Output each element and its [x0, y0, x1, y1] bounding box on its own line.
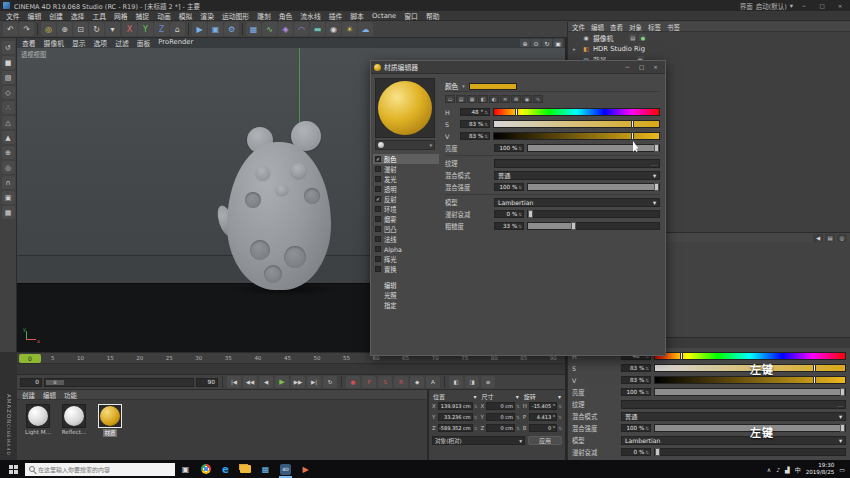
redo-icon[interactable]: ↷ — [19, 22, 34, 36]
edge-icon[interactable]: e — [216, 461, 235, 478]
brightness-field[interactable]: 100 %⇅ — [494, 144, 524, 152]
menu-item[interactable]: 文件 — [2, 11, 24, 20]
rotation-b-field[interactable]: 0 ° — [529, 424, 557, 432]
rotate-tool-icon[interactable]: ↻ — [89, 22, 104, 36]
texture-field[interactable]: … — [621, 400, 846, 409]
power-slider[interactable]: 0 — [44, 378, 194, 387]
mix-mode-dropdown[interactable]: 普通▾ — [494, 171, 660, 180]
chrome-icon[interactable] — [196, 461, 215, 478]
enable-axis-icon[interactable]: ⊕ — [2, 146, 15, 159]
channel-item[interactable]: 发光 — [373, 174, 439, 184]
viewport-menu-item[interactable]: 摄像机 — [44, 38, 64, 48]
mix-strength-slider[interactable] — [527, 183, 660, 191]
menu-item[interactable]: 雕刻 — [253, 11, 275, 20]
brightness-field[interactable]: 100 %⇅ — [621, 388, 651, 396]
diffuse-falloff-field[interactable]: 0 %⇅ — [621, 448, 651, 456]
edges-mode-icon[interactable]: △ — [2, 116, 15, 129]
saturation-slider[interactable] — [493, 120, 660, 128]
chevron-down-icon[interactable]: ▾ — [558, 393, 561, 400]
value-slider[interactable] — [654, 376, 846, 384]
color-mode-icon[interactable]: ▭ — [445, 95, 455, 103]
color-mode-icon[interactable]: ◐ — [489, 95, 499, 103]
channel-checkbox[interactable] — [375, 206, 381, 212]
undo-icon[interactable]: ↶ — [3, 22, 18, 36]
channel-checkbox[interactable] — [375, 176, 381, 182]
media-player-icon[interactable]: ▶ — [296, 461, 315, 478]
timeline-track[interactable] — [17, 363, 565, 374]
key-scale-toggle[interactable]: S — [378, 376, 392, 388]
model-mode-icon[interactable]: ■ — [2, 56, 15, 69]
preview-options-bar[interactable]: ▾ — [375, 140, 435, 150]
channel-checkbox[interactable] — [375, 266, 381, 272]
channel-item[interactable]: ✓ 反射 — [373, 194, 439, 204]
timeline-scrubber[interactable]: 0 — [19, 354, 41, 363]
cinema4d-taskbar-icon[interactable]: 4D — [276, 461, 295, 478]
texture-mode-icon[interactable]: ▨ — [2, 71, 15, 84]
rotation-p-field[interactable]: 4.413 ° — [529, 413, 557, 421]
channel-item[interactable]: ✓ 颜色 — [373, 154, 439, 164]
menu-item[interactable]: 流水线 — [296, 11, 324, 20]
menu-item[interactable]: 捕捉 — [132, 11, 154, 20]
chevron-down-icon[interactable]: ▾ — [473, 393, 476, 400]
grid-icon[interactable]: ▦ — [2, 206, 15, 219]
position-z-field[interactable]: -589.352 cm — [438, 424, 473, 432]
position-x-field[interactable]: 139.913 cm — [438, 402, 473, 410]
key-position-toggle[interactable]: P — [362, 376, 376, 388]
keyframe-button[interactable]: ◆ — [410, 376, 424, 388]
mm-menu-item[interactable]: 编辑 — [43, 390, 56, 399]
channel-item[interactable]: 法线 — [373, 234, 439, 244]
add-cube-icon[interactable]: ▦ — [246, 22, 261, 36]
mix-mode-dropdown[interactable]: 普通▾ — [621, 412, 846, 421]
channel-footer-item[interactable]: 指定 — [373, 300, 439, 310]
minimize-button[interactable]: ─ — [797, 1, 811, 10]
chevron-down-icon[interactable]: ▾ — [516, 393, 519, 400]
channel-checkbox[interactable] — [375, 256, 381, 262]
channel-item[interactable]: 凹凸 — [373, 224, 439, 234]
key-rotation-toggle[interactable]: R — [394, 376, 408, 388]
zoom-view-icon[interactable]: ⊙ — [531, 39, 541, 47]
maximize-view-icon[interactable]: ▣ — [553, 39, 563, 47]
dialog-minimize-button[interactable]: ─ — [621, 62, 634, 72]
channel-checkbox[interactable] — [375, 236, 381, 242]
brightness-slider[interactable] — [654, 388, 846, 396]
live-selection-icon[interactable]: ◎ — [41, 22, 56, 36]
lock-x-icon[interactable]: X — [122, 22, 137, 36]
menu-item[interactable]: 网格 — [110, 11, 132, 20]
channel-item[interactable]: 辉光 — [373, 254, 439, 264]
mm-menu-item[interactable]: 功能 — [64, 390, 77, 399]
channel-checkbox[interactable] — [375, 216, 381, 222]
om-menu-item[interactable]: 文件 — [572, 22, 585, 31]
channel-item[interactable]: 烟雾 — [373, 214, 439, 224]
color-mode-icon[interactable]: ▤ — [456, 95, 466, 103]
layout-selector[interactable]: 界面 启动(默认) ▾ — [740, 1, 793, 11]
shading-model-dropdown[interactable]: Lambertian▾ — [494, 198, 660, 207]
menu-item[interactable]: 渲染 — [196, 11, 218, 20]
render-region-icon[interactable]: ▣ — [208, 22, 223, 36]
om-menu-item[interactable]: 书签 — [667, 22, 680, 31]
menu-item[interactable]: 模拟 — [175, 11, 197, 20]
viewport-menu-item[interactable]: 过滤 — [115, 38, 129, 48]
menu-item[interactable]: 插件 — [325, 11, 347, 20]
menu-item[interactable]: 帮助 — [422, 11, 444, 20]
recent-tool-icon[interactable]: ▾ — [105, 22, 120, 36]
material-item[interactable]: Light M... — [23, 404, 53, 437]
shading-model-dropdown[interactable]: Lambertian▾ — [621, 436, 846, 445]
go-to-start-button[interactable]: |◀ — [227, 376, 241, 388]
frame-end-field[interactable]: 90 — [196, 378, 218, 387]
viewport-menu-item[interactable]: 查看 — [22, 38, 36, 48]
next-frame-button[interactable]: ▶▶ — [291, 376, 305, 388]
subdivision-surface-icon[interactable]: ◈ — [278, 22, 293, 36]
scale-tool-icon[interactable]: ⊡ — [73, 22, 88, 36]
make-editable-icon[interactable]: ↺ — [2, 41, 15, 54]
om-menu-item[interactable]: 查看 — [610, 22, 623, 31]
position-y-field[interactable]: 33.236 cm — [438, 413, 473, 421]
enable-dot-icon[interactable]: ● — [639, 34, 646, 41]
menu-item[interactable]: 动画 — [153, 11, 175, 20]
play-button[interactable]: ▶ — [275, 376, 289, 388]
task-view-icon[interactable]: ▣ — [176, 461, 195, 478]
record-button[interactable]: ● — [346, 376, 360, 388]
menu-item[interactable]: 窗口 — [400, 11, 422, 20]
material-item[interactable]: Reflect... — [59, 404, 89, 437]
hidden-icons-chevron[interactable]: ∧ — [767, 466, 771, 473]
om-menu-item[interactable]: 编辑 — [591, 22, 604, 31]
